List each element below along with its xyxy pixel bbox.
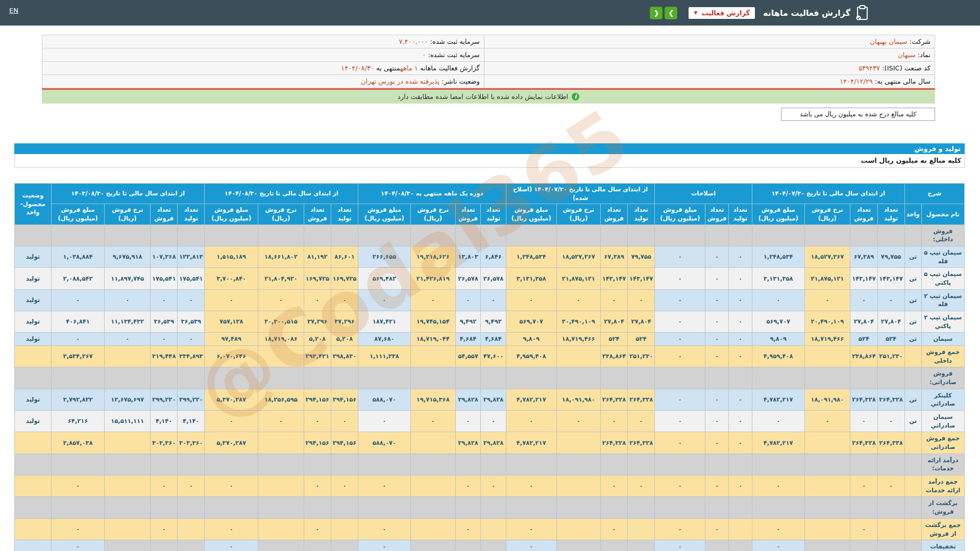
data-cell: ۰ xyxy=(331,289,358,311)
data-cell: ۰ xyxy=(178,475,205,497)
data-cell: ۰ xyxy=(481,475,506,497)
data-cell: ۱۸,۷۱۹,۰۸۶ xyxy=(258,333,304,346)
data-cell xyxy=(258,475,304,497)
data-cell: ۵۶۹,۷۰۷ xyxy=(752,311,804,333)
data-cell: ۰ xyxy=(358,475,411,497)
data-cell xyxy=(481,454,506,475)
data-cell: ۰ xyxy=(804,411,850,432)
table-row-section: فروش داخلی: xyxy=(15,224,965,246)
product-name-cell: برگشت از فروش: xyxy=(921,497,964,518)
data-cell xyxy=(331,540,358,551)
data-cell xyxy=(15,224,52,246)
data-cell: ۰ xyxy=(729,311,752,333)
data-cell: ۰ xyxy=(410,289,455,311)
info-value: ۱ ماهه xyxy=(400,64,418,72)
info-row: کد صنعت (ISIC): ۵۳۹۴۳۷گزارش فعالیت ماهان… xyxy=(42,62,935,75)
column-header: تعداد تولید xyxy=(178,204,205,224)
data-cell: ۵,۳۷۰,۲۸۷ xyxy=(205,432,258,454)
data-cell xyxy=(105,432,151,454)
data-cell: ۶۴,۲۱۶ xyxy=(51,411,105,432)
data-cell: ۰ xyxy=(304,411,331,432)
column-header: تعداد فروش xyxy=(304,204,331,224)
data-cell xyxy=(410,518,455,540)
data-cell: ۰ xyxy=(506,411,556,432)
data-cell: ۰ xyxy=(850,475,877,497)
data-cell: ۴,۱۴۰ xyxy=(151,411,178,432)
data-cell: ۵,۲۰۸ xyxy=(304,333,331,346)
data-cell: ۳,۱۳۱,۳۵۸ xyxy=(752,268,804,289)
report-type-dropdown-label: گزارش فعالیت xyxy=(701,9,750,17)
data-cell xyxy=(904,475,921,497)
data-cell xyxy=(804,367,850,389)
data-cell: ۰ xyxy=(105,289,151,311)
data-cell xyxy=(506,454,556,475)
data-cell: ۱۶۹,۷۲۵ xyxy=(304,268,331,289)
data-cell: ۲۶۴,۳۲۸ xyxy=(600,432,627,454)
data-cell xyxy=(51,454,105,475)
column-header: تعداد تولید xyxy=(877,204,904,224)
chevron-down-icon: ▼ xyxy=(694,10,697,15)
product-name-cell: جمع فروش داخلی xyxy=(921,346,964,367)
data-cell: ۰ xyxy=(481,289,506,311)
data-cell: ۱۴۳,۱۴۷ xyxy=(850,268,877,289)
info-cell-right: سال مالی منتهی به: ۱۴۰۴/۱۲/۲۹ xyxy=(484,75,935,88)
table-row-product: سیمان تیپ ۵ پاکتيتن۱۴۳,۱۴۷۱۴۳,۱۴۷۲۱,۸۷۵,… xyxy=(15,268,965,289)
data-cell: ۱۸,۰۹۱,۹۸۰ xyxy=(556,389,600,410)
data-cell xyxy=(178,540,205,551)
data-cell: ۱۸,۰۹۱,۹۸۰ xyxy=(804,389,850,410)
data-cell: ۲۵۱,۲۳۰ xyxy=(628,346,655,367)
data-cell: ۰ xyxy=(655,518,705,540)
data-cell xyxy=(15,497,52,518)
info-row: سال مالی منتهی به: ۱۴۰۴/۱۲/۲۹وضعیت ناشر:… xyxy=(42,75,935,88)
report-type-dropdown[interactable]: گزارش فعالیت ▼ xyxy=(689,7,755,19)
data-cell: ۰ xyxy=(358,289,411,311)
data-cell: ۹,۸۰۹ xyxy=(752,333,804,346)
data-cell xyxy=(331,224,358,246)
data-cell xyxy=(628,454,655,475)
table-row-product: سیمان تیپ ۲ پاکتيتن۲۷,۸۰۴۲۷,۸۰۴۲۰,۴۹۰,۱۰… xyxy=(15,311,965,333)
english-language-link[interactable]: EN xyxy=(9,7,18,14)
data-cell xyxy=(556,475,600,497)
info-value: ۱۴۰۴/۰۸/۳۰ xyxy=(341,64,374,72)
group-header: از ابتدای سال مالی تا تاریخ ۱۴۰۳/۰۸/۳۰ xyxy=(51,184,205,204)
data-cell: ۰ xyxy=(705,518,729,540)
data-cell: ۰ xyxy=(729,346,752,367)
data-cell: ۰ xyxy=(205,540,258,551)
data-cell: ۳,۷۹۲,۸۲۲ xyxy=(51,389,105,410)
data-cell: ۴,۱۴۰ xyxy=(178,411,205,432)
data-cell xyxy=(258,367,304,389)
report-nav-buttons: ❯ ❮ xyxy=(650,7,677,19)
data-cell: ۶۷,۳۸۹ xyxy=(850,246,877,268)
data-cell xyxy=(304,454,331,475)
data-cell: ۲۰,۴۹۰,۱۰۹ xyxy=(556,311,600,333)
data-cell: ۰ xyxy=(729,411,752,432)
column-header: تعداد تولید xyxy=(481,204,506,224)
data-cell: ۰ xyxy=(705,389,729,410)
data-cell: ۰ xyxy=(655,246,705,268)
data-cell: ۰ xyxy=(178,289,205,311)
data-cell xyxy=(410,432,455,454)
data-cell: ۱۲,۶۷۵,۶۹۷ xyxy=(105,389,151,410)
data-cell xyxy=(15,454,52,475)
data-cell: ۰ xyxy=(655,411,705,432)
data-cell xyxy=(850,497,877,518)
data-cell xyxy=(850,540,877,551)
data-cell: ۰ xyxy=(628,475,655,497)
data-cell xyxy=(556,224,600,246)
info-label: گزارش فعالیت ماهانه xyxy=(418,64,480,72)
data-cell xyxy=(804,346,850,367)
previous-report-button[interactable]: ❮ xyxy=(650,7,663,19)
column-header: نرخ فروش (ریال) xyxy=(105,204,151,224)
data-cell xyxy=(410,346,455,367)
data-cell: ۰ xyxy=(151,333,178,346)
data-cell: ۱۹,۳۱۸,۶۲۶ xyxy=(410,246,455,268)
data-cell xyxy=(556,454,600,475)
company-info-section: شرکت: سیمان بهبهانسرمایه ثبت شده: ۷,۴۰۰,… xyxy=(0,26,980,121)
data-cell: ۴,۹۵۹,۴۰۸ xyxy=(506,346,556,367)
data-cell: تولید xyxy=(15,411,52,432)
data-cell xyxy=(729,454,752,475)
data-cell xyxy=(628,497,655,518)
next-report-button[interactable]: ❯ xyxy=(665,7,677,19)
data-cell: ۳۶,۵۳۹ xyxy=(178,311,205,333)
column-header: نام محصول xyxy=(921,204,964,224)
